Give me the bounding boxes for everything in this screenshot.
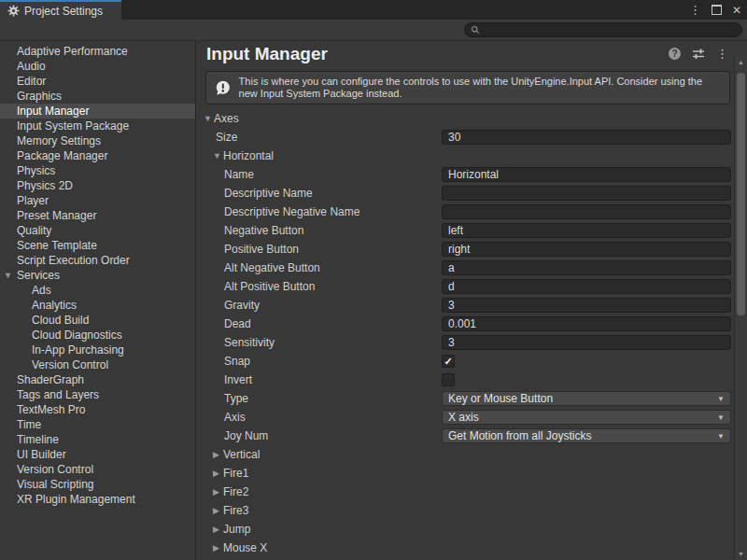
sidebar-item-input-system-package[interactable]: Input System Package [0, 119, 195, 133]
context-menu-icon[interactable]: ⋮ [716, 48, 728, 60]
sidebar-item-memory-settings[interactable]: Memory Settings [0, 133, 195, 148]
sidebar-item-label: Physics 2D [17, 178, 73, 193]
help-icon[interactable]: ? [669, 48, 681, 60]
sidebar-item-time[interactable]: Time [0, 417, 195, 432]
setting-label: Name [224, 168, 254, 181]
sidebar-item-ads[interactable]: Ads [0, 283, 195, 298]
window-close-icon[interactable]: ✕ [732, 5, 741, 16]
sidebar-item-xr-plugin-management[interactable]: XR Plugin Management [0, 492, 195, 507]
sidebar-item-scene-template[interactable]: Scene Template [0, 238, 195, 253]
search-box[interactable] [464, 22, 742, 37]
foldout-open-icon[interactable]: ▼ [213, 151, 223, 161]
search-icon [471, 25, 480, 35]
sidebar-item-label: Version Control [32, 357, 108, 372]
setting-label-wrap: Alt Negative Button [197, 261, 320, 274]
sidebar-item-visual-scripting[interactable]: Visual Scripting [0, 477, 195, 492]
sidebar-item-input-manager[interactable]: Input Manager [0, 104, 195, 119]
sidebar-item-services[interactable]: ▼ Services [0, 268, 195, 283]
sidebar-item-version-control[interactable]: Version Control [0, 462, 195, 477]
scrollbar-thumb[interactable] [737, 73, 745, 315]
dropdown-value: Get Motion from all Joysticks [448, 429, 591, 442]
invert-checkbox[interactable] [442, 373, 455, 386]
setting-control [442, 186, 731, 201]
sidebar-item-cloud-build[interactable]: Cloud Build [0, 313, 195, 328]
positive-button-input[interactable] [442, 242, 731, 257]
sidebar-item-label: Player [17, 193, 49, 208]
sidebar-item-ui-builder[interactable]: UI Builder [0, 447, 195, 462]
negative-button-input[interactable] [442, 223, 731, 238]
descriptive-negative-name-input[interactable] [442, 204, 731, 219]
setting-label-wrap: ▼Horizontal [197, 149, 274, 162]
alt-negative-button-input[interactable] [442, 260, 731, 275]
foldout-closed-icon[interactable]: ▶ [213, 487, 223, 497]
sidebar-item-label: Audio [17, 59, 46, 74]
gear-icon [7, 5, 20, 17]
presets-icon[interactable] [692, 48, 705, 60]
descriptive-name-input[interactable] [442, 186, 731, 201]
dead-input[interactable] [442, 316, 731, 331]
foldout-closed-icon[interactable]: ▶ [213, 506, 223, 515]
info-text: This is where you can configure the cont… [239, 76, 721, 100]
sidebar-item-graphics[interactable]: Graphics [0, 89, 195, 104]
sidebar-item-editor[interactable]: Editor [0, 74, 195, 89]
setting-label: Type [224, 392, 248, 405]
foldout-closed-icon[interactable]: ▶ [213, 543, 223, 553]
setting-row-mouse-x: ▶Mouse X [197, 539, 734, 557]
scroll-down-icon[interactable]: ▼ [735, 551, 747, 557]
setting-row-dead: Dead [197, 315, 734, 333]
setting-label-wrap: Gravity [197, 299, 260, 312]
sidebar-item-in-app-purchasing[interactable]: In-App Purchasing [0, 343, 195, 357]
joy-num-dropdown[interactable]: Get Motion from all Joysticks▼ [442, 428, 731, 443]
window-maximize-icon[interactable] [712, 5, 722, 15]
window-menu-icon[interactable]: ⋮ [689, 4, 701, 16]
setting-label-wrap: Negative Button [197, 224, 303, 237]
sidebar-item-label: Version Control [17, 462, 93, 477]
sidebar-item-label: Tags and Layers [17, 387, 99, 402]
setting-label: Negative Button [224, 224, 303, 237]
sidebar-item-physics-2d[interactable]: Physics 2D [0, 178, 195, 193]
scroll-up-icon[interactable]: ▲ [735, 59, 747, 65]
foldout-closed-icon[interactable]: ▶ [213, 469, 223, 478]
sidebar-item-preset-manager[interactable]: Preset Manager [0, 208, 195, 223]
snap-checkbox[interactable]: ✓ [442, 355, 455, 368]
setting-label: Dead [224, 317, 251, 330]
name-input[interactable] [442, 167, 731, 182]
search-input[interactable] [484, 24, 736, 35]
setting-label-wrap: Invert [197, 373, 252, 386]
foldout-closed-icon[interactable]: ▶ [213, 525, 223, 534]
setting-row-negative-button: Negative Button [197, 221, 734, 240]
setting-row-axis: AxisX axis▼ [197, 408, 734, 427]
tab-project-settings[interactable]: Project Settings [0, 0, 121, 20]
sidebar-item-version-control[interactable]: Version Control [0, 357, 195, 372]
setting-row-gravity: Gravity [197, 296, 734, 315]
foldout-open-icon[interactable]: ▼ [4, 268, 17, 283]
foldout-closed-icon[interactable]: ▶ [213, 450, 223, 459]
chevron-down-icon: ▼ [717, 413, 725, 422]
sidebar-item-adaptive-performance[interactable]: Adaptive Performance [0, 44, 195, 59]
setting-control [442, 223, 731, 238]
sensitivity-input[interactable] [442, 335, 731, 350]
dropdown-value: X axis [448, 411, 479, 424]
setting-label: Descriptive Name [224, 187, 313, 200]
axis-dropdown[interactable]: X axis▼ [442, 410, 731, 425]
sidebar-item-timeline[interactable]: Timeline [0, 432, 195, 447]
sidebar-item-shadergraph[interactable]: ShaderGraph [0, 372, 195, 387]
sidebar-item-analytics[interactable]: Analytics [0, 298, 195, 313]
sidebar-item-textmesh-pro[interactable]: TextMesh Pro [0, 402, 195, 417]
sidebar-item-cloud-diagnostics[interactable]: Cloud Diagnostics [0, 328, 195, 343]
sidebar-item-quality[interactable]: Quality [0, 223, 195, 238]
sidebar-item-package-manager[interactable]: Package Manager [0, 148, 195, 163]
sidebar-item-physics[interactable]: Physics [0, 163, 195, 178]
sidebar-item-audio[interactable]: Audio [0, 59, 195, 74]
size-input[interactable] [442, 130, 731, 145]
sidebar-item-player[interactable]: Player [0, 193, 195, 208]
setting-control: X axis▼ [442, 410, 731, 425]
type-dropdown[interactable]: Key or Mouse Button▼ [442, 391, 731, 406]
setting-row-horizontal: ▼Horizontal [197, 147, 734, 165]
sidebar-item-script-execution-order[interactable]: Script Execution Order [0, 253, 195, 268]
sidebar-item-tags-and-layers[interactable]: Tags and Layers [0, 387, 195, 402]
foldout-open-icon[interactable]: ▼ [204, 114, 214, 123]
gravity-input[interactable] [442, 298, 731, 313]
alt-positive-button-input[interactable] [442, 279, 731, 294]
vertical-scrollbar[interactable]: ▲ ▼ [734, 56, 747, 560]
